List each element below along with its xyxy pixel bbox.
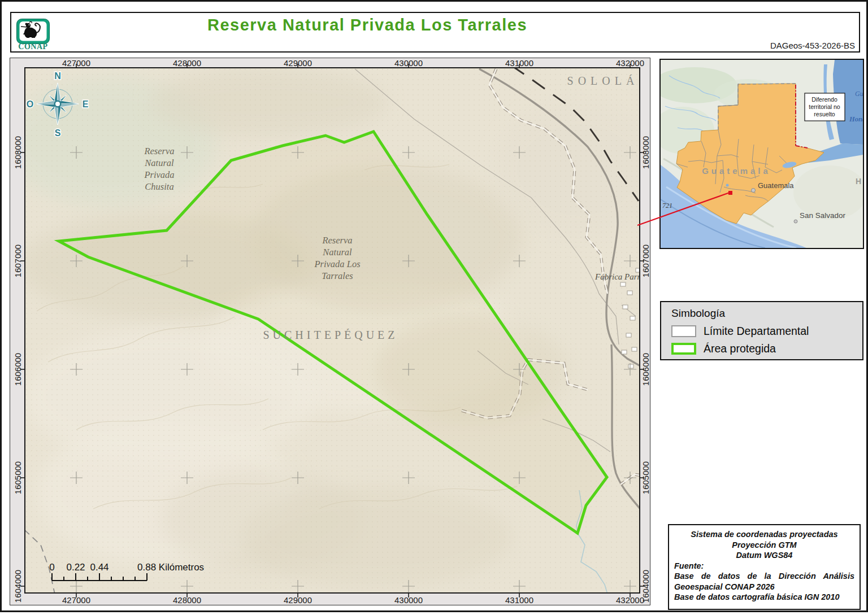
legend-item-limite: Límite Departamental <box>671 325 862 338</box>
inset-blue-label2: Hond <box>849 115 863 123</box>
tarrales-line: Reserva <box>322 235 352 246</box>
source-line: Datum WGS84 <box>674 550 854 561</box>
legend-title: Simbología <box>671 307 862 320</box>
source-line: Proyección GTM <box>674 540 854 551</box>
x-tick-label: 431000 <box>505 58 533 68</box>
source-line: Base de datos de la Dirección Análisis G… <box>674 571 854 592</box>
y-tick-label: 1608000 <box>13 136 23 169</box>
x-tick-label: 429000 <box>284 58 312 68</box>
suchitepequez-label: SUCHITEPÉQUEZ <box>263 329 398 341</box>
x-tick-label: 428000 <box>173 58 201 68</box>
chusita-line: Reserva <box>144 146 174 156</box>
inset-country-label: Guatemala <box>702 166 771 176</box>
compass-o: O <box>27 99 33 109</box>
x-tick-label: 427000 <box>62 58 90 68</box>
x-tick-label: 431000 <box>505 595 533 605</box>
compass-s: S <box>55 128 61 138</box>
inset-city2-label: San Salvador <box>800 211 846 220</box>
x-tick-label: 430000 <box>394 595 423 605</box>
inset-city2-dot <box>794 220 797 223</box>
fabrica-label: Fábrica Parr <box>594 272 639 281</box>
x-tick-label: 429000 <box>284 595 312 605</box>
inset-note-line: Diferendo <box>811 96 837 103</box>
x-tick-label: 427000 <box>62 595 90 605</box>
conap-logo-label: CONAP <box>15 42 51 51</box>
inset-blue-label1: Gu <box>855 90 863 98</box>
tarrales-line: Natural <box>322 247 352 258</box>
legend-item-area: Área protegida <box>671 342 862 355</box>
inset-city-label: Guatemala <box>758 181 794 190</box>
y-tick-label: 1607000 <box>13 245 23 277</box>
main-map: SOLOLÁ SUCHITEPÉQUEZ Reserva Natural Pri… <box>24 67 640 594</box>
chusita-line: Natural <box>144 158 174 168</box>
map-document-page: Reserva Natural Privada Los Tarrales DAG… <box>0 0 868 615</box>
scale-label: 0.88 Kilómetros <box>137 562 204 573</box>
compass-n: N <box>54 71 61 81</box>
y-tick-label: 1604000 <box>641 570 650 603</box>
area-protegida-swatch <box>671 343 696 355</box>
source-fuente: Fuente: <box>674 561 854 572</box>
conap-monkey-icon <box>16 19 50 44</box>
inset-map: Diferendo territorial no resuelto Guatem… <box>659 59 864 249</box>
inset-location-marker <box>728 191 732 195</box>
x-tick-label: 428000 <box>173 595 201 605</box>
legend-item-label: Área protegida <box>704 342 776 355</box>
source-info-box: Sistema de coordenadas proyectadas Proye… <box>668 524 861 610</box>
scale-label: 0 <box>49 562 54 573</box>
inset-city-dot <box>752 189 756 193</box>
y-tick-label: 1604000 <box>13 570 23 603</box>
doc-code: DAGeos-453-2026-BS <box>770 41 855 50</box>
solola-label: SOLOLÁ <box>567 75 639 87</box>
chusita-line: Chusita <box>145 181 173 192</box>
compass-e: E <box>83 99 89 109</box>
tarrales-line: Tarrales <box>322 271 353 281</box>
inset-num-label: 721 <box>662 202 672 210</box>
x-tick-label: 432000 <box>616 58 644 68</box>
header-box: Reserva Natural Privada Los Tarrales DAG… <box>10 12 860 53</box>
legend: Simbología Límite Departamental Área pro… <box>660 301 863 360</box>
tarrales-line: Privada Los <box>314 259 360 269</box>
y-tick-label: 1606000 <box>641 353 650 386</box>
page-title: Reserva Natural Privada Los Tarrales <box>52 16 683 34</box>
inset-gray-label: H o <box>856 177 863 186</box>
chusita-line: Privada <box>144 169 174 180</box>
inset-map-canvas: Diferendo territorial no resuelto Guatem… <box>661 60 863 248</box>
y-tick-label: 1606000 <box>13 353 23 386</box>
legend-item-label: Límite Departamental <box>704 325 809 338</box>
main-map-canvas: SOLOLÁ SUCHITEPÉQUEZ Reserva Natural Pri… <box>25 68 639 592</box>
limite-departamental-swatch <box>671 325 696 337</box>
source-line: Sistema de coordenadas proyectadas <box>674 529 854 540</box>
scale-label: 0.22 <box>66 562 85 573</box>
scale-label: 0.44 <box>90 562 108 573</box>
y-tick-label: 1607000 <box>641 245 650 277</box>
y-tick-label: 1605000 <box>641 461 650 494</box>
x-tick-label: 430000 <box>394 58 423 68</box>
y-tick-label: 1605000 <box>13 461 23 494</box>
y-tick-label: 1608000 <box>641 136 650 169</box>
source-line: Base de datos cartografía básica IGN 201… <box>674 592 854 603</box>
inset-note-line: resuelto <box>814 111 835 117</box>
inset-note-line: territorial no <box>809 103 840 110</box>
